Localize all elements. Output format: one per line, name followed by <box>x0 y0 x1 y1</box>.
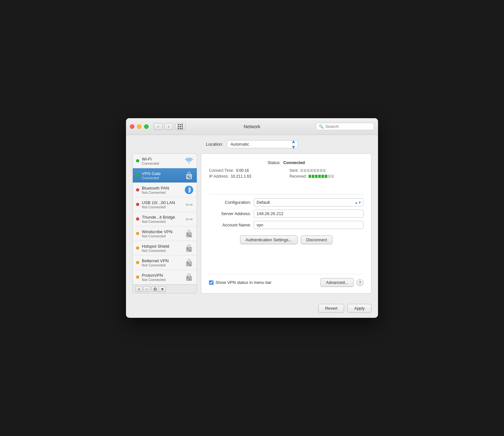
apps-button[interactable] <box>175 123 185 130</box>
ip-label: IP Address: <box>209 174 229 179</box>
item-status-vpngate: Connected <box>142 176 182 180</box>
sidebar-item-bluetooth-pan[interactable]: Bluetooth PAN Not Connected <box>133 183 197 197</box>
traffic-lights <box>130 124 149 129</box>
item-status-windscribe: Not Connected <box>142 234 182 238</box>
received-label: Received: <box>289 174 307 179</box>
sidebar-toolbar: + − ⚙ ▾ <box>133 285 197 293</box>
usb-icon: ⟺ <box>184 200 194 209</box>
sidebar-item-betternet[interactable]: Betternet VPN Not Connected <box>133 255 197 270</box>
search-icon: 🔍 <box>319 124 324 129</box>
item-name-hotspot: Hotspot Shield <box>142 244 182 249</box>
account-name-row: Account Name: <box>209 221 363 229</box>
received-bars <box>309 175 334 178</box>
footer-buttons: Revert Apply <box>126 300 378 318</box>
remove-network-button[interactable]: − <box>143 286 150 292</box>
forward-button[interactable]: › <box>164 123 173 130</box>
main-layout: Wi-Fi Connected <box>132 153 372 294</box>
item-status-proton: Not Connected <box>142 278 182 282</box>
close-button[interactable] <box>130 124 134 129</box>
minimize-button[interactable] <box>137 124 142 129</box>
hotspot-icon <box>184 244 194 253</box>
server-address-input[interactable] <box>254 210 363 218</box>
search-box[interactable]: 🔍 <box>316 123 374 130</box>
sidebar-item-thunderbolt[interactable]: Thunde...lt Bridge Not Connected ⟺ <box>133 212 197 226</box>
show-vpn-checkbox[interactable] <box>209 280 214 285</box>
connect-time-label: Connect Time: <box>209 168 234 173</box>
configuration-select[interactable]: Default <box>254 198 363 206</box>
network-list: Wi-Fi Connected <box>133 154 197 285</box>
status-section: Status: Connected Connect Time: 0:00:16 … <box>209 160 363 184</box>
gear-chevron-button[interactable]: ▾ <box>159 286 166 292</box>
status-dot-windscribe <box>136 232 139 235</box>
info-grid: Connect Time: 0:00:16 Sent: <box>209 168 363 179</box>
vpngate-icon <box>184 171 194 180</box>
status-dot-betternet <box>136 261 139 264</box>
item-status-hotspot: Not Connected <box>142 249 182 253</box>
content-area: Location: Automatic Edit Locations... ▲▼ <box>126 135 378 300</box>
item-name-bluetooth: Bluetooth PAN <box>142 186 182 191</box>
status-row: Status: Connected <box>209 160 363 165</box>
windscribe-icon <box>184 229 194 238</box>
item-status-bluetooth: Not Connected <box>142 191 182 194</box>
back-button[interactable]: ‹ <box>154 123 163 130</box>
server-address-label: Server Address: <box>209 211 251 216</box>
status-dot-proton <box>136 275 139 279</box>
status-dot-wifi <box>136 159 139 162</box>
add-network-button[interactable]: + <box>135 286 142 292</box>
detail-panel: Status: Connected Connect Time: 0:00:16 … <box>201 153 372 294</box>
configuration-select-wrapper[interactable]: Default ▲▼ <box>254 198 363 206</box>
show-vpn-label: Show VPN status in menu bar <box>215 280 271 285</box>
status-label: Status: <box>268 160 280 165</box>
betternet-icon <box>184 258 194 267</box>
status-dot-thunderbolt <box>136 217 139 221</box>
help-button[interactable]: ? <box>356 279 363 286</box>
sidebar-item-wifi[interactable]: Wi-Fi Connected <box>133 154 197 168</box>
connect-time-value: 0:00:16 <box>236 168 249 173</box>
item-name-vpngate: VPN Gate <box>142 171 182 176</box>
location-select[interactable]: Automatic Edit Locations... <box>227 140 298 148</box>
disconnect-button[interactable]: Disconnect <box>301 235 332 244</box>
status-dot-usb <box>136 203 139 206</box>
sidebar-item-windscribe[interactable]: Windscribe VPN Not Connected <box>133 226 197 241</box>
item-name-thunderbolt: Thunde...lt Bridge <box>142 215 182 220</box>
sent-bars <box>300 169 326 172</box>
ip-value: 10.211.1.63 <box>231 174 251 179</box>
item-status-usb: Not Connected <box>142 205 182 209</box>
search-input[interactable] <box>325 124 371 129</box>
sidebar-item-hotspot[interactable]: Hotspot Shield Not Connected <box>133 241 197 255</box>
thunderbolt-icon: ⟺ <box>184 214 194 223</box>
main-window: ‹ › Network 🔍 Location: Automatic Edit L… <box>126 118 378 318</box>
status-value: Connected <box>283 160 305 165</box>
status-dot-vpngate <box>136 174 139 177</box>
sidebar-item-usb-lan[interactable]: USB 10/...00 LAN Not Connected ⟺ <box>133 197 197 212</box>
configuration-row: Configuration: Default ▲▼ <box>209 198 363 206</box>
account-name-input[interactable] <box>254 221 363 229</box>
revert-button[interactable]: Revert <box>318 304 344 313</box>
window-title: Network <box>244 124 260 129</box>
location-select-wrapper[interactable]: Automatic Edit Locations... ▲▼ <box>227 140 298 148</box>
item-name-betternet: Betternet VPN <box>142 258 182 263</box>
bottom-row: Show VPN status in menu bar Advanced... … <box>209 274 363 287</box>
account-name-label: Account Name: <box>209 223 251 227</box>
received-row: Received: <box>289 174 363 179</box>
item-name-windscribe: Windscribe VPN <box>142 229 182 234</box>
sent-row: Sent: <box>289 168 363 173</box>
action-buttons: Authentication Settings... Disconnect <box>209 235 363 244</box>
form-section: Configuration: Default ▲▼ Server Address… <box>209 198 363 229</box>
apply-button[interactable]: Apply <box>347 304 372 313</box>
gear-button[interactable]: ⚙ <box>152 286 159 292</box>
status-dot-hotspot <box>136 246 139 250</box>
item-status-wifi: Connected <box>142 161 182 165</box>
ip-row: IP Address: 10.211.1.63 <box>209 174 283 179</box>
grid-icon <box>178 124 183 129</box>
advanced-button[interactable]: Advanced... <box>320 278 354 287</box>
maximize-button[interactable] <box>144 124 149 129</box>
server-address-row: Server Address: <box>209 210 363 218</box>
sidebar-item-protonvpn[interactable]: ProtonVPN Not Connected <box>133 270 197 285</box>
location-label: Location: <box>206 142 223 147</box>
bluetooth-icon <box>184 185 194 194</box>
auth-settings-button[interactable]: Authentication Settings... <box>240 235 298 244</box>
bottom-right-buttons: Advanced... ? <box>320 278 363 287</box>
divider <box>209 194 363 194</box>
sidebar-item-vpngate[interactable]: VPN Gate Connected <box>133 168 197 183</box>
